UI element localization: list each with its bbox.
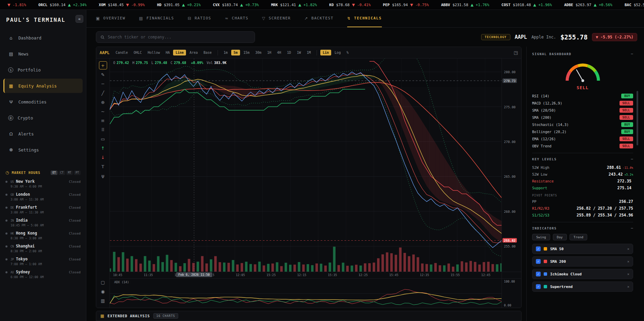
market-row: JP Tokyo 7:00 PM – 1:00 AM Closed	[5, 255, 81, 268]
price-axis[interactable]: 255.00260.00265.00270.00275.00280.00278.…	[502, 59, 521, 272]
extended-analysis-bar[interactable]: ▦ EXTENDED ANALYSIS 16 CHARTS	[96, 311, 522, 321]
sidebar-item[interactable]: Ω Alerts	[3, 127, 83, 141]
timeframe-button[interactable]: 1W	[294, 50, 303, 55]
indicator-row[interactable]: ✓ Supertrend ×	[532, 282, 633, 292]
indicator-mode-button[interactable]: Swing	[532, 234, 550, 240]
adx-axis-top: 100.00	[504, 280, 515, 283]
section-tab[interactable]: ⊟ RATIOS	[188, 10, 211, 27]
horizontal-line-icon[interactable]: ─	[99, 80, 107, 88]
section-tab[interactable]: ▽ SCREENER	[262, 10, 291, 27]
section-tab[interactable]: ≈ CHARTS	[225, 10, 248, 27]
collapse-section-icon[interactable]: −	[631, 226, 633, 230]
price-chart-plot[interactable]: O279.42H279.75L279.48C279.68+0.09%Vol383…	[110, 59, 502, 272]
fullscreen-icon[interactable]: ◳	[514, 50, 518, 55]
sidebar-item[interactable]: $ Portfolio	[3, 63, 83, 77]
timezone-button[interactable]: MT	[66, 171, 73, 175]
ticker-tape-item[interactable]: HD $391.05 ▲ +0.21%	[157, 3, 201, 7]
remove-indicator-icon[interactable]: ×	[627, 285, 629, 289]
indicator-checkbox[interactable]: ✓	[536, 259, 541, 264]
pencil-icon[interactable]: ✎	[99, 70, 107, 79]
timeframe-button[interactable]: 5m	[231, 50, 240, 55]
timezone-button[interactable]: ET	[51, 171, 57, 175]
timeframe-button[interactable]: 30m	[253, 50, 264, 55]
adx-panel[interactable]: ADX (14)	[110, 278, 502, 308]
trend-line-icon[interactable]: ╱	[99, 89, 107, 97]
arrow-down-icon[interactable]: ↓	[99, 153, 107, 161]
panel-scrollbar[interactable]	[637, 91, 638, 145]
indicator-row[interactable]: ✓ Ichimoku Cloud ×	[532, 269, 633, 279]
section-tab[interactable]: ▣ OVERVIEW	[96, 10, 125, 27]
chart-type-button[interactable]: Hollow	[145, 50, 162, 55]
scale-button[interactable]: %	[344, 50, 351, 55]
sidebar-item[interactable]: Ƀ Crypto	[3, 111, 83, 125]
search-box[interactable]	[96, 31, 255, 43]
scale-button[interactable]: Log	[332, 50, 343, 55]
sidebar-collapse-button[interactable]: «	[75, 15, 83, 23]
text-tool-icon[interactable]: T	[99, 162, 107, 171]
pivot-points-title: PIVOT POINTS	[532, 194, 633, 197]
grid-icon[interactable]: ⠿	[99, 126, 107, 134]
brush-icon[interactable]: ~	[99, 107, 107, 115]
ticker-tape-item[interactable]: XOM $148.45 ▼ -0.99%	[99, 3, 145, 7]
chart-type-button[interactable]: Base	[201, 50, 214, 55]
sidebar-item[interactable]: ⌂ Dashboard	[3, 31, 83, 45]
pitchfork-icon[interactable]: ψ	[99, 172, 107, 180]
remove-indicator-icon[interactable]: ×	[627, 259, 629, 264]
ticker-tape-item[interactable]: ORCL $160.14 ▲ +2.34%	[38, 3, 87, 7]
indicator-checkbox[interactable]: ✓	[536, 284, 541, 289]
ticker-tape-item[interactable]: COST $1018.48 ▲ +1.96%	[502, 3, 552, 7]
collapse-section-icon[interactable]: −	[631, 157, 633, 161]
add-tool-icon[interactable]: +	[99, 61, 107, 69]
time-axis[interactable]: Feb 6, 2026 11:50 10:4511:3514:5515:1512…	[110, 272, 502, 278]
indicator-mode-button[interactable]: Day	[553, 234, 567, 240]
chart-type-button[interactable]: HA	[163, 50, 172, 55]
timeframe-button[interactable]: 4H	[275, 50, 284, 55]
section-tab[interactable]: ↗ BACKTEST	[304, 10, 334, 27]
lines-icon[interactable]: ≡	[99, 116, 107, 125]
chart-type-button[interactable]: Area	[187, 50, 200, 55]
ticker-tape-item[interactable]: ADBE $263.97 ▲ +0.56%	[564, 3, 612, 7]
trash-icon[interactable]: ▥	[99, 296, 107, 305]
chart-type-button[interactable]: Line	[173, 50, 186, 55]
timeframe-button[interactable]: 1D	[285, 50, 293, 55]
indicator-row[interactable]: ✓ SMA 50 ×	[532, 244, 633, 254]
crosshair-icon[interactable]: ⊕	[99, 98, 107, 106]
section-tab[interactable]: ▤ FINANCIALS	[139, 10, 174, 27]
section-tab[interactable]: ↯ TECHNICALS	[347, 10, 382, 27]
adx-chart-svg[interactable]	[110, 279, 502, 308]
indicator-checkbox[interactable]: ✓	[536, 272, 541, 276]
eye-icon[interactable]: ◉	[99, 287, 107, 295]
lock-icon[interactable]: ▢	[99, 278, 107, 286]
timeframe-button[interactable]: 15m	[241, 50, 252, 55]
chart-type-button[interactable]: OHLC	[131, 50, 144, 55]
ticker-tape-item[interactable]: PEP $165.94 ▼ -0.75%	[383, 3, 429, 7]
scale-button[interactable]: Lin	[320, 50, 331, 55]
rectangle-icon[interactable]: ▭	[99, 135, 107, 143]
ticker-tape-item[interactable]: BAC $52.55 ▲ +0.06%	[625, 3, 644, 7]
price-chart-svg[interactable]	[110, 59, 502, 272]
timeframe-button[interactable]: 1H	[265, 50, 274, 55]
ticker-tape-item[interactable]: KO $78.68 ▼ -0.41%	[329, 3, 371, 7]
sidebar-item[interactable]: ▤ News	[3, 47, 83, 61]
remove-indicator-icon[interactable]: ×	[627, 247, 629, 251]
ticker-tape-item[interactable]: MRK $121.41 ▲ +1.82%	[271, 3, 317, 7]
ticker-tape-item[interactable]: ABBV $231.58 ▲ +1.76%	[441, 3, 489, 7]
chart-type-button[interactable]: Candle	[113, 50, 130, 55]
ticker-tape-item[interactable]: ▼ -1.81%	[3, 3, 26, 7]
sidebar-item[interactable]: ▦ Equity Analysis	[3, 79, 83, 93]
indicator-mode-button[interactable]: Trend	[570, 234, 588, 240]
timeframe-button[interactable]: 1m	[221, 50, 230, 55]
collapse-section-icon[interactable]: −	[631, 51, 633, 56]
sidebar-item[interactable]: Ψ Commodities	[3, 95, 83, 109]
timezone-button[interactable]: PT	[74, 171, 81, 175]
arrow-up-icon[interactable]: ↑	[99, 144, 107, 152]
search-input[interactable]	[108, 35, 251, 39]
timeframe-button[interactable]: 1M	[304, 50, 313, 55]
remove-indicator-icon[interactable]: ×	[627, 272, 629, 276]
indicator-checkbox[interactable]: ✓	[536, 246, 541, 251]
ticker-tape-item[interactable]: CVX $183.74 ▲ +0.73%	[213, 3, 259, 7]
ticker-symbol: HD	[157, 3, 162, 7]
timezone-button[interactable]: CT	[58, 171, 65, 175]
indicator-row[interactable]: ✓ SMA 200 ×	[532, 256, 633, 267]
sidebar-item[interactable]: ☸ Settings	[3, 143, 83, 157]
